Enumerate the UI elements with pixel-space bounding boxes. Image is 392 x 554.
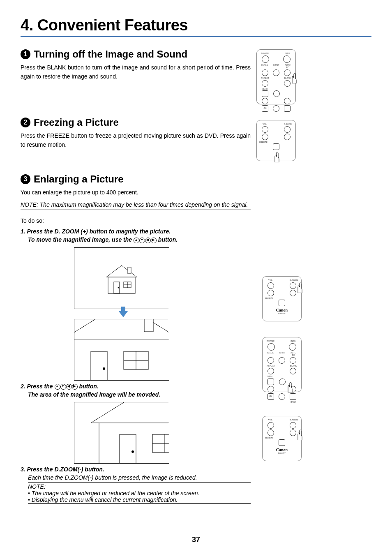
s1-num-badge: 1 [21, 49, 30, 59]
s3-body: You can enlarge the picture up to 400 pe… [21, 188, 251, 197]
arrow-up-icon [279, 379, 286, 385]
figure-house-small [74, 247, 169, 309]
brand-logo: Canon [265, 308, 299, 312]
remote-illustration-dzoom-minus: VOLD.ZOOM FREEZE Canon RS-03W [262, 416, 302, 461]
s3-step1: 1. Press the D. ZOOM (+) button to magni… [21, 228, 251, 235]
s3-heading: 3 Enlarging a Picture [21, 173, 251, 185]
svg-marker-17 [91, 402, 169, 423]
remote-illustration-dzoom-plus: VOLD.ZOOM FREEZE Canon RS-03W [262, 276, 302, 321]
s2-heading: 2 Freezing a Picture [21, 117, 251, 128]
s2-body: Press the FREEZE button to freeze a proj… [21, 132, 251, 149]
info-icon [283, 55, 291, 63]
arrow-down-icon [279, 393, 285, 400]
freeze-icon [273, 143, 279, 150]
remote-illustration-arrows: POWERINFO. IMAGEINPUTAUTO PC ASPECTBLANK… [262, 337, 302, 392]
svg-point-12 [103, 367, 105, 370]
brand-logo: Canon [265, 448, 299, 452]
house-panned-icon [74, 402, 169, 463]
arrow-down-icon [118, 311, 128, 317]
s3-step3-sub: Each time the D.ZOOM(-) button is presse… [28, 474, 251, 481]
svg-rect-8 [74, 340, 169, 380]
page-number: 37 [0, 536, 392, 544]
arrow-left-icon [267, 386, 274, 392]
house-icon [99, 260, 144, 297]
s1-heading-text: Turning off the Image and Sound [34, 48, 187, 60]
house-enlarged-icon [74, 319, 169, 380]
section-turning-off: 1 Turning off the Image and Sound Press … [21, 48, 371, 104]
figure-house-large [74, 319, 169, 381]
svg-point-4 [118, 287, 119, 288]
page: 4. Convenient Features 1 Turning off the… [0, 0, 392, 554]
remote-illustration-freeze: VOLD.ZOOM FREEZE [256, 120, 296, 161]
figure-house-panned [74, 402, 169, 464]
s1-heading: 1 Turning off the Image and Sound [21, 48, 251, 60]
s1-body: Press the BLANK button to turn off the i… [21, 63, 251, 81]
s3-note: NOTE: The maximum magnification may be l… [21, 200, 251, 210]
s3-note2: NOTE: • The image will be enlarged or re… [28, 482, 251, 504]
svg-marker-9 [74, 319, 169, 340]
figure-zoom-sequence [74, 247, 173, 381]
svg-rect-10 [144, 319, 153, 332]
s3-step3: 3. Press the D.ZOOM(-) button. [21, 466, 251, 473]
remote-illustration-blank: POWERINFO. IMAGEINPUTAUTO PC ASPECTBLANK… [256, 49, 296, 104]
s3-todo: To do so: [21, 217, 251, 224]
svg-marker-1 [106, 265, 137, 277]
arrow-keys-icon: ▲▼◀▶ [134, 237, 157, 243]
chapter-title: 4. Convenient Features [21, 16, 371, 37]
svg-point-19 [131, 450, 134, 453]
s3-step1-sub: To move the magnified image, use the ▲▼◀… [28, 236, 251, 243]
figure-pan [74, 402, 173, 464]
pointing-hand-icon [295, 282, 304, 293]
s3-heading-text: Enlarging a Picture [34, 173, 124, 185]
s3-step2: 2. Press the ▲▼◀▶ button. [21, 383, 251, 390]
arrow-keys-icon: ▲▼◀▶ [55, 384, 78, 390]
svg-rect-2 [128, 267, 131, 274]
pointing-hand-icon [286, 382, 294, 392]
svg-rect-18 [120, 434, 136, 463]
power-icon [262, 55, 269, 63]
s2-heading-text: Freezing a Picture [34, 117, 119, 128]
pointing-hand-icon [295, 429, 304, 440]
s3-step2-sub: The area of the magnified image will be … [28, 391, 251, 398]
pointing-hand-icon [290, 73, 298, 83]
s3-num-badge: 3 [21, 174, 30, 184]
pointing-hand-icon [272, 152, 281, 162]
s2-num-badge: 2 [21, 118, 30, 127]
svg-rect-11 [91, 351, 107, 380]
section-freezing: 2 Freezing a Picture Press the FREEZE bu… [21, 117, 371, 161]
section-enlarging: 3 Enlarging a Picture You can enlarge th… [21, 173, 371, 504]
